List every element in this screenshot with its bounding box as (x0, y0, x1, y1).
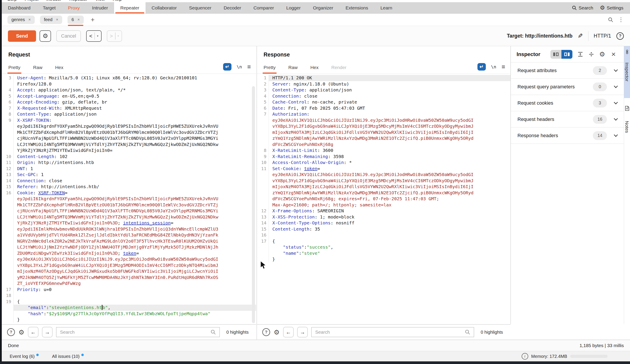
close-tab-icon[interactable]: × (28, 17, 31, 22)
notes-dock-label[interactable]: Notes (624, 121, 630, 133)
inspector-section-request-attributes[interactable]: Request attributes 2 (511, 62, 624, 79)
menu-view[interactable]: View (96, 0, 105, 2)
search-input[interactable]: Search (311, 327, 474, 337)
info-icon[interactable]: i (522, 353, 528, 360)
code-line[interactable]: vYXBpL3YyL2F1dGgvbG9naW4iLCJpYXQiOjE3Mzg… (257, 178, 510, 184)
tab-logger[interactable]: Logger (280, 2, 307, 14)
kebab-menu-icon[interactable]: ⋮ (618, 16, 624, 23)
code-line[interactable]: zYmQ1Yzg5NDlmNjAwYWRiMzllNzAxYzQwMDg3MmR… (257, 190, 510, 196)
prev-match-button[interactable]: ← (28, 327, 38, 338)
tab-proxy[interactable]: Proxy (62, 2, 86, 14)
code-line[interactable]: mIjoxNzM4OTA3MjIzLCJqdGkiOiJFdllsVG5VYWN… (257, 130, 510, 136)
code-line[interactable]: 5Cache-Control: no-cache, private (257, 99, 510, 105)
menu-project[interactable]: Project (24, 0, 38, 2)
next-match-button[interactable]: → (42, 327, 52, 338)
code-line[interactable]: eyJ0eXAiOiJKV1QiLCJhbGciOiJIUzI1NiJ9.eyJ… (257, 118, 510, 124)
code-line[interactable]: 1HTTP/1.1 200 OK (257, 75, 510, 81)
code-line[interactable]: NGRVZnNWc0dlekZOR2w2NEJkTkVraFAzMG9LdnlO… (2, 238, 256, 244)
code-line[interactable]: 17{ (257, 238, 510, 244)
gear-icon[interactable]: ⚙ (18, 328, 24, 336)
tab-intruder[interactable]: Intruder (86, 2, 114, 14)
inspector-section-request-query-parameters[interactable]: Request query parameters 0 (511, 79, 624, 95)
response-editor[interactable]: 1HTTP/1.1 200 OK2Server: nginx/1.18.0 (U… (257, 74, 510, 324)
inspector-dock-right-button[interactable] (562, 50, 572, 59)
code-line[interactable]: } (2, 317, 256, 323)
http-version-selector[interactable]: HTTP/1 (594, 33, 611, 39)
close-icon[interactable]: × (611, 50, 616, 58)
edit-target-pencil-icon[interactable]: ✎ (578, 32, 583, 40)
inspector-section-response-headers[interactable]: Response headers 14 (511, 128, 624, 144)
prev-match-button[interactable]: ← (283, 327, 294, 338)
code-line[interactable]: ZT_ioVYEfXPG6mnewPdFwWzg (2, 280, 256, 287)
inspector-dock-label[interactable]: Inspector (624, 62, 630, 81)
tab-comparer[interactable]: Comparer (247, 2, 280, 14)
inspector-section-request-headers[interactable]: Request headers 16 (511, 111, 624, 128)
tab-sequencer[interactable]: Sequencer (183, 2, 218, 14)
code-line[interactable]: LCJtYWMiOiI4NTg5MTQ3MWVmMjViYTdlYjZhYTZk… (2, 214, 256, 220)
code-line[interactable]: ZDU0MzdiNDgwY2EwYzk3IiwidGFnIjoiIn0%3D; … (2, 250, 256, 256)
request-tab-pretty[interactable]: Pretty (8, 65, 20, 74)
code-line[interactable]: "status":"success", (257, 244, 510, 250)
code-line[interactable]: 3Content-Type: application/json (257, 87, 510, 93)
code-line[interactable]: 3User-Agent: Mozilla/5.0 (X11; Linux x86… (2, 75, 256, 81)
code-line[interactable]: 4Accept: application/json, text/plain, *… (2, 87, 256, 93)
editor-menu-icon[interactable]: ≡ (247, 63, 251, 70)
request-tab-raw[interactable]: Raw (33, 65, 42, 74)
search-icon[interactable] (608, 17, 613, 22)
code-line[interactable]: Firefox/128.0 (2, 81, 256, 87)
code-line[interactable]: 11Origin: http://intentions.htb (2, 160, 256, 166)
code-line[interactable]: 12X-Frame-Options: SAMEORIGIN (257, 208, 510, 214)
repeater-tab-genres[interactable]: genres × (8, 16, 35, 24)
soft-wrap-icon[interactable]: ↵ (478, 63, 486, 70)
code-line[interactable]: cjRUcnVFajNpU1FLTFFiWWNBN2UzWDd4Q1V3aXlF… (2, 208, 256, 214)
code-line[interactable]: eyJpdiI6IkgrdnFYOXFyam5hLzgwQO9OdjRyblE9… (2, 196, 256, 202)
response-tab-render[interactable]: Render (331, 65, 346, 74)
history-forward-button[interactable]: > ▾ (107, 30, 122, 42)
send-button[interactable]: Send (8, 30, 36, 42)
inspector-section-request-cookies[interactable]: Request cookies 3 (511, 95, 624, 111)
gear-icon[interactable]: ⚙ (599, 50, 605, 58)
search-input[interactable]: Search (56, 327, 220, 337)
code-line[interactable]: dFVcZWSCGYoePuhNOxRj68g; expires=Fri, 07… (257, 196, 510, 202)
help-icon[interactable]: ? (7, 328, 15, 336)
code-line[interactable]: 8X-RateLimit-Limit: 3600 (257, 148, 510, 154)
response-tab-pretty[interactable]: Pretty (264, 65, 276, 74)
code-line[interactable]: } (257, 256, 510, 262)
new-tab-button[interactable]: + (89, 16, 96, 24)
code-line[interactable]: 14X-Content-Type-Options: nosniff (257, 220, 510, 226)
code-line[interactable]: 11Set-Cookie: token= (257, 166, 510, 172)
code-line[interactable]: 16 (257, 232, 510, 238)
code-line[interactable]: 9X-RateLimit-Remaining: 3598 (257, 154, 510, 160)
soft-wrap-icon[interactable]: ↵ (223, 63, 232, 70)
expand-all-icon[interactable] (588, 51, 594, 57)
code-line[interactable]: 16Cookie: XSRF-TOKEN= (2, 190, 256, 196)
code-line[interactable]: 15Referer: http://intentions.htb/ (2, 184, 256, 190)
code-line[interactable]: 14Connection: close (2, 178, 256, 184)
menu-help[interactable]: Help (113, 0, 122, 2)
gear-icon[interactable]: ⚙ (274, 328, 280, 336)
code-line[interactable]: zYmQ1Yzg5NDlmNjAwYWRiMzllNzAxYzQwMDg3MmR… (257, 136, 510, 142)
request-scrollbar[interactable] (252, 86, 255, 323)
code-line[interactable]: Mk1CTFZZbFdXcmphdFlHRnB2VlBpVEtzOU01bTJ6… (2, 202, 256, 208)
code-line[interactable]: YjRkZjY3NzRjZTM1YTEwIiwidGFnIjoiIn0= (2, 148, 256, 154)
request-editor[interactable]: 3User-Agent: Mozilla/5.0 (X11; Linux x86… (2, 74, 256, 324)
code-line[interactable]: mIjoxNzM4OTAzODgyLCJqdGkiOiJWRGxudko5b0F… (2, 268, 256, 274)
code-line[interactable]: eyJpdiI6IkgrdnFYOXFyam5hLzgwQO9OdjRyblE9… (2, 123, 256, 130)
code-line[interactable]: Mk1CTFZZbFdXcmphdFlHRnB2VlBpVEtzOU01bTJ6… (2, 130, 256, 136)
code-line[interactable]: 6Date: Fri, 07 Feb 2025 05:47:03 GMT (257, 105, 510, 112)
code-line[interactable]: 9X-XSRF-TOKEN: (2, 118, 256, 124)
help-icon[interactable]: ? (616, 32, 624, 40)
repeater-tab-6[interactable]: 6 × (68, 16, 84, 24)
code-line[interactable]: 6Accept-Encoding: gzip, deflate, br (2, 99, 256, 105)
code-line[interactable]: "name":"steve" (257, 250, 510, 256)
code-line[interactable]: a1VVdUVybHVjdTVlYUd4Rmk1ZlZsejlJdldIbktY… (2, 232, 256, 238)
code-line[interactable]: eyJ0eXAiOiJKV1QiLCJhbGciOiJIUzI1NiJ9.eyJ… (257, 172, 510, 178)
code-line[interactable]: YjRkZjY3NzRjZTM1YTEwIiwidGFnIjoiIn0%3D; … (2, 220, 256, 226)
code-line[interactable]: eyJ0eXAiOiJKV1QiLCJhbGciOiJIUzI1NiJ9.eyJ… (2, 256, 256, 262)
code-line[interactable]: eyJpdiI6ImlkMnUwbmovNDdUUkROK3lWNjhra1E9… (2, 226, 256, 232)
show-newlines-icon[interactable]: \n (237, 64, 242, 70)
code-line[interactable]: 17Priority: u=0 (2, 287, 256, 293)
response-tab-raw[interactable]: Raw (288, 65, 298, 74)
close-tab-icon[interactable]: × (56, 17, 58, 22)
send-options-button[interactable]: ⚙ (40, 30, 51, 42)
